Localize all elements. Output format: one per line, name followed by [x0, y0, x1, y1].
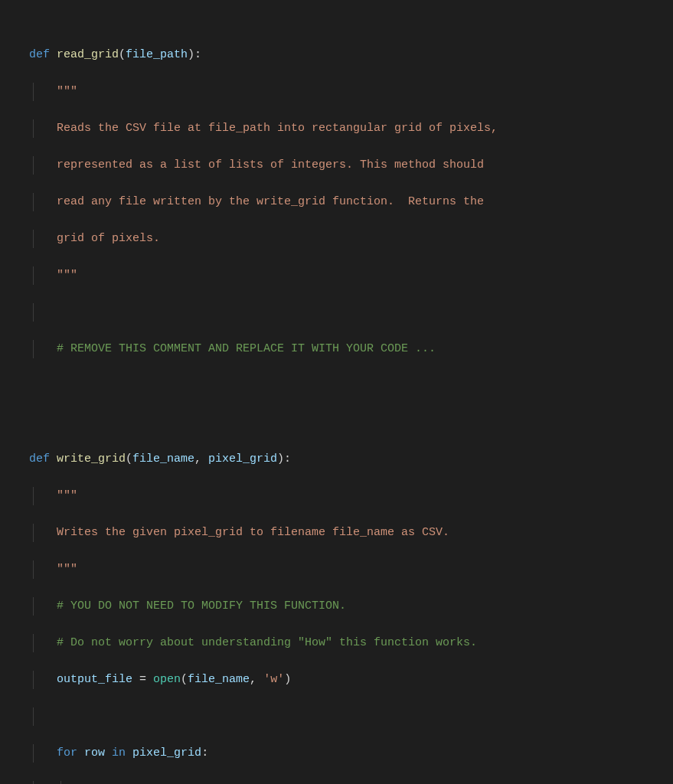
code-line[interactable]: grid of pixels. — [29, 230, 673, 248]
code-line[interactable] — [29, 377, 673, 395]
docstring-quote: """ — [57, 563, 77, 576]
docstring-quote: """ — [57, 489, 77, 502]
code-line[interactable]: # YOU DO NOT NEED TO MODIFY THIS FUNCTIO… — [29, 597, 673, 616]
keyword-in: in — [112, 746, 126, 760]
code-editor[interactable]: def read_grid(file_path): """ Reads the … — [0, 0, 673, 784]
code-line[interactable]: Writes the given pixel_grid to filename … — [29, 524, 673, 542]
comment: # Do not worry about understanding "How"… — [57, 636, 477, 649]
keyword-def: def — [29, 48, 50, 61]
docstring-text: represented as a list of lists of intege… — [57, 158, 484, 172]
code-line[interactable]: """ — [29, 266, 673, 285]
docstring-text: Reads the CSV file at file_path into rec… — [57, 122, 498, 135]
param: file_path — [126, 48, 188, 61]
code-line[interactable] — [29, 303, 673, 322]
code-line[interactable]: output_file = open(file_name, 'w') — [29, 671, 673, 689]
keyword-def: def — [29, 452, 50, 466]
param: file_name — [132, 452, 194, 466]
code-line[interactable] — [29, 707, 673, 726]
code-line[interactable] — [29, 413, 673, 432]
variable: output_file — [57, 673, 132, 686]
code-line[interactable]: """ — [29, 487, 673, 505]
code-line[interactable]: # Do not worry about understanding "How"… — [29, 634, 673, 652]
code-line[interactable]: """ — [29, 83, 673, 101]
docstring-text: read any file written by the write_grid … — [57, 195, 484, 208]
code-line[interactable]: """ — [29, 560, 673, 579]
docstring-text: Writes the given pixel_grid to filename … — [57, 526, 449, 539]
comment: # REMOVE THIS COMMENT AND REPLACE IT WIT… — [57, 342, 436, 355]
builtin: open — [153, 673, 181, 686]
param: pixel_grid — [208, 452, 277, 466]
code-line[interactable]: # REMOVE THIS COMMENT AND REPLACE IT WIT… — [29, 340, 673, 358]
code-line[interactable]: read any file written by the write_grid … — [29, 193, 673, 211]
code-line[interactable]: represented as a list of lists of intege… — [29, 156, 673, 175]
variable: row — [84, 746, 105, 760]
variable: file_name — [188, 673, 250, 686]
code-line[interactable]: def write_grid(file_name, pixel_grid): — [29, 450, 673, 469]
docstring-text: grid of pixels. — [57, 232, 160, 245]
comment: # YOU DO NOT NEED TO MODIFY THIS FUNCTIO… — [57, 599, 346, 612]
string-literal: 'w' — [263, 673, 284, 686]
code-line[interactable]: output_file.write(str(row[0])) — [29, 781, 673, 784]
function-name: read_grid — [57, 48, 119, 61]
variable: pixel_grid — [132, 746, 201, 760]
function-name: write_grid — [57, 452, 126, 466]
docstring-quote: """ — [57, 85, 77, 98]
docstring-quote: """ — [57, 269, 77, 282]
code-line[interactable]: for row in pixel_grid: — [29, 744, 673, 763]
code-line[interactable]: def read_grid(file_path): — [29, 46, 673, 64]
keyword-for: for — [57, 746, 77, 760]
code-line[interactable]: Reads the CSV file at file_path into rec… — [29, 119, 673, 138]
